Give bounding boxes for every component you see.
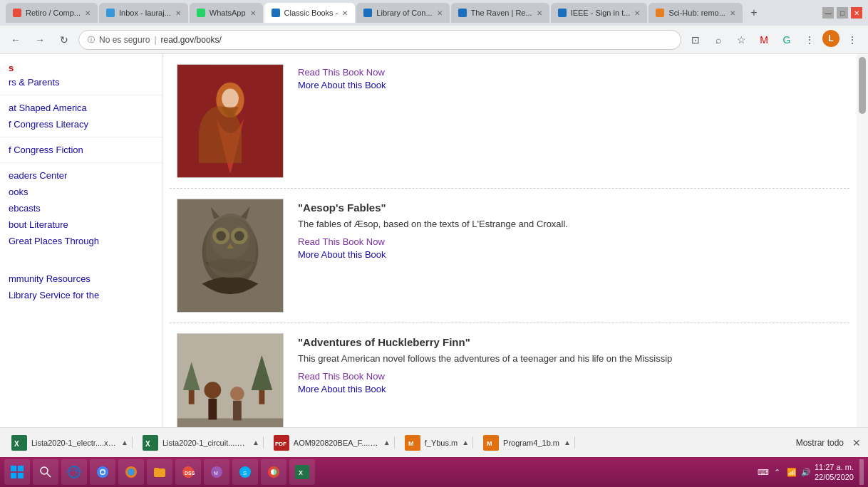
download-expand-2[interactable]: ▲ <box>252 439 259 446</box>
download-name-1: Lista2020-1_electr....xlsx <box>31 439 117 447</box>
sidebar-item-congress-fic[interactable]: f Congress Fiction <box>0 142 162 158</box>
close-download-bar-button[interactable]: ✕ <box>852 437 861 449</box>
book-more-link-first[interactable]: More About this Book <box>298 80 842 90</box>
keyboard-icon[interactable]: ⌨ <box>758 466 769 478</box>
download-item-5: M Program4_1b.m ▲ <box>479 435 575 451</box>
address-bar[interactable]: ⓘ No es seguro | read.gov/books/ <box>78 30 681 50</box>
sidebar-item-library-svc[interactable]: Library Service for the <box>0 287 162 303</box>
skype-icon: S <box>238 465 252 479</box>
taskbar-ie-button[interactable] <box>61 459 87 485</box>
book-title-huck: "Adventures of Huckleberry Finn" <box>298 336 842 348</box>
tab-classic-books[interactable]: Classic Books - ✕ <box>264 3 356 23</box>
show-all-downloads-button[interactable]: Mostrar todo <box>796 438 844 448</box>
tab-close-retiro[interactable]: ✕ <box>85 9 91 17</box>
new-tab-button[interactable]: + <box>744 3 764 23</box>
sound-icon[interactable]: 🔊 <box>800 466 812 478</box>
content-area[interactable]: Read This Book Now More About this Book <box>162 54 857 427</box>
tab-whatsapp[interactable]: WhatsApp ✕ <box>190 3 263 23</box>
forward-button[interactable]: → <box>30 30 50 50</box>
svg-rect-0 <box>177 65 283 177</box>
sidebar-item-congress-lit[interactable]: f Congress Literacy <box>0 116 162 132</box>
show-desktop-button[interactable] <box>859 459 864 485</box>
scrollbar-track[interactable] <box>857 54 868 427</box>
taskbar-excel-button[interactable]: X <box>289 459 315 485</box>
svg-text:M: M <box>408 440 414 447</box>
sidebar-item-readers[interactable]: eaders Center <box>0 167 162 184</box>
window-controls: — □ ✕ <box>822 7 862 19</box>
menu-button[interactable]: ⋮ <box>842 30 862 50</box>
separator: | <box>154 35 156 45</box>
bookmark-button[interactable]: ☆ <box>731 30 751 50</box>
sidebar-item-webcasts[interactable]: ebcasts <box>0 200 162 216</box>
taskbar-firefox-button[interactable] <box>118 459 144 485</box>
taskbar-chrome2-button[interactable] <box>261 459 286 485</box>
svg-text:X: X <box>299 469 303 476</box>
book-more-link-aesop[interactable]: More About this Book <box>298 249 842 260</box>
book-read-link-huck[interactable]: Read This Book Now <box>298 371 842 382</box>
tab-close-scihub[interactable]: ✕ <box>730 9 735 17</box>
taskbar-dss-button[interactable]: DSS <box>175 459 201 485</box>
taskbar-mal-button[interactable]: M <box>204 459 229 485</box>
tab-raven[interactable]: The Raven | Re... ✕ <box>451 3 549 23</box>
svg-rect-20 <box>259 390 264 404</box>
sidebar-item-books[interactable]: ooks <box>0 184 162 200</box>
extension-1-button[interactable]: M <box>754 30 774 50</box>
back-button[interactable]: ← <box>6 30 26 50</box>
scrollbar-thumb[interactable] <box>859 57 866 114</box>
maximize-button[interactable]: □ <box>837 7 848 19</box>
cast-button[interactable]: ⊡ <box>686 30 706 50</box>
tab-close-ieee[interactable]: ✕ <box>634 9 640 17</box>
book-cover-art-huck <box>177 333 283 427</box>
sidebar-divider-2 <box>0 137 162 137</box>
svg-point-2 <box>222 89 239 109</box>
svg-point-37 <box>41 467 48 474</box>
svg-point-8 <box>216 231 226 241</box>
m-file-icon-2: M <box>483 435 499 451</box>
taskbar-search-button[interactable] <box>33 459 58 485</box>
download-expand-1[interactable]: ▲ <box>121 439 128 446</box>
download-expand-4[interactable]: ▲ <box>462 439 469 446</box>
sidebar-item-community[interactable]: mmunity Resources <box>0 271 162 287</box>
refresh-button[interactable]: ↻ <box>54 30 74 50</box>
close-button[interactable]: ✕ <box>851 7 862 19</box>
sidebar-item-literature[interactable]: bout Literature <box>0 216 162 233</box>
tab-close-classic[interactable]: ✕ <box>342 9 348 17</box>
svg-rect-18 <box>233 401 242 421</box>
tab-label-loc: Library of Con... <box>376 9 432 17</box>
tab-loc[interactable]: Library of Con... ✕ <box>356 3 449 23</box>
book-more-link-huck[interactable]: More About this Book <box>298 384 842 394</box>
tray-clock[interactable]: 11:27 a. m. 22/05/2020 <box>815 462 854 483</box>
book-read-link-first[interactable]: Read This Book Now <box>298 67 842 78</box>
taskbar-skype-button[interactable]: S <box>232 459 258 485</box>
tab-close-raven[interactable]: ✕ <box>537 9 542 17</box>
book-info-first: Read This Book Now More About this Book <box>298 64 842 178</box>
extension-3-button[interactable]: ⋮ <box>800 30 820 50</box>
tab-scihub[interactable]: Sci-Hub: remo... ✕ <box>649 3 742 23</box>
dss-icon: DSS <box>181 465 195 479</box>
download-expand-3[interactable]: ▲ <box>383 439 391 446</box>
tab-close-loc[interactable]: ✕ <box>437 9 443 17</box>
profile-avatar[interactable]: L <box>822 30 839 47</box>
svg-text:DSS: DSS <box>185 471 195 476</box>
tab-retiro[interactable]: Retiro / Comp... ✕ <box>6 3 98 23</box>
download-expand-5[interactable]: ▲ <box>564 439 571 446</box>
sidebar-item-ts-parents[interactable]: rs & Parents <box>0 74 162 90</box>
sidebar-item-shaped[interactable]: at Shaped America <box>0 100 162 116</box>
sidebar-item-great-places[interactable]: Great Places Through <box>0 233 162 249</box>
book-read-link-aesop[interactable]: Read This Book Now <box>298 236 842 247</box>
tab-close-whatsapp[interactable]: ✕ <box>250 9 256 17</box>
extension-2-button[interactable]: G <box>777 30 797 50</box>
browser-titlebar: Retiro / Comp... ✕ Inbox - lauraj... ✕ W… <box>0 0 868 26</box>
tab-close-inbox[interactable]: ✕ <box>175 9 181 17</box>
search-button[interactable]: ⌕ <box>708 30 728 50</box>
tab-favicon-ieee <box>558 9 567 17</box>
taskbar-files-button[interactable] <box>147 459 172 485</box>
sidebar-divider-3 <box>0 162 162 163</box>
network-icon[interactable]: 📶 <box>786 466 797 478</box>
tab-inbox[interactable]: Inbox - lauraj... ✕ <box>99 3 188 23</box>
up-arrow-icon[interactable]: ⌃ <box>772 466 783 478</box>
taskbar-chrome-button[interactable] <box>90 459 115 485</box>
minimize-button[interactable]: — <box>822 7 834 19</box>
tab-ieee[interactable]: IEEE - Sign in t... ✕ <box>551 3 648 23</box>
start-button[interactable] <box>4 459 30 485</box>
